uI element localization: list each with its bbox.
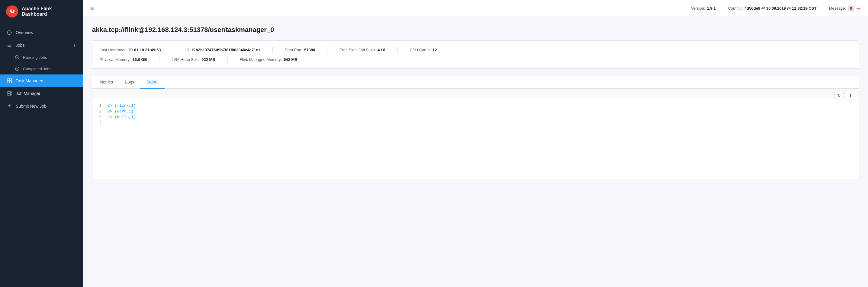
info-separator-3: [327, 47, 328, 53]
sidebar-item-label: Completed Jobs: [23, 67, 51, 71]
sidebar-item-task-managers[interactable]: Task Managers: [0, 74, 83, 87]
svg-marker-7: [17, 57, 19, 58]
main-content: ≡ Version: 1.9.1 Commit: 4d56de8 @ 30.09…: [83, 0, 868, 287]
line-number-3: 3: [92, 115, 107, 119]
free-slots-field: Free Slots / All Slots: 4 / 6: [339, 48, 385, 52]
sidebar-item-submit-new-job[interactable]: Submit New Job: [0, 100, 83, 112]
chevron-up-icon: ▲: [73, 43, 76, 47]
sidebar-item-jobs[interactable]: Jobs ▲: [0, 39, 83, 51]
sidebar-item-completed-jobs[interactable]: Completed Jobs: [0, 63, 83, 74]
play-circle-icon: [14, 55, 20, 60]
svg-point-8: [16, 67, 19, 71]
id-label: ID:: [185, 48, 191, 52]
grid-icon: [7, 78, 12, 83]
sidebar-item-job-manager[interactable]: Job Manager: [0, 87, 83, 100]
stdout-topbar: —: [92, 88, 859, 98]
sidebar-header: 🐿 Apache Flink Dashboard: [0, 0, 83, 23]
message-icon[interactable]: ⊟: [856, 5, 861, 12]
sidebar-item-running-jobs[interactable]: Running Jobs: [0, 51, 83, 63]
stdout-line-2: 2 2> (word,1): [92, 109, 859, 114]
tab-metrics[interactable]: Metrics: [93, 76, 119, 88]
free-slots-label: Free Slots / All Slots:: [339, 48, 376, 52]
svg-point-15: [10, 92, 11, 93]
physical-memory-field: Physical Memory: 16.0 GB: [100, 57, 147, 62]
svg-point-16: [10, 94, 11, 95]
heartbeat-field: Last Heartbeat: 20-01-10 21:49:53: [100, 48, 161, 52]
line-number-2: 2: [92, 109, 107, 114]
data-port-label: Data Port:: [285, 48, 303, 52]
server-icon: [7, 91, 12, 96]
heartbeat-value: 20-01-10 21:49:53: [128, 48, 161, 52]
line-number-1: 1: [92, 103, 107, 108]
page-content: akka.tcp://flink@192.168.124.3:51378/use…: [83, 17, 868, 287]
info-separator-6: [227, 57, 228, 62]
stdout-line-3: 3 1> (hello,1): [92, 114, 859, 120]
refresh-button[interactable]: ↻: [835, 91, 843, 100]
physical-memory-value: 16.0 GB: [132, 57, 147, 62]
version-label: Version:: [691, 6, 705, 10]
check-circle-icon: [14, 66, 20, 71]
line-content-2: 2> (word,1): [107, 109, 133, 114]
info-separator-2: [272, 47, 273, 53]
download-button[interactable]: ⬇: [846, 91, 855, 100]
message-badge[interactable]: 0: [848, 5, 855, 12]
line-number-4: 4: [92, 120, 107, 125]
sidebar-item-overview[interactable]: Overview: [0, 26, 83, 39]
flink-memory-label: Flink Managed Memory:: [240, 57, 282, 62]
jvm-heap-value: 922 MB: [202, 57, 215, 62]
menu-icon[interactable]: ≡: [90, 5, 94, 12]
cpu-cores-field: CPU Cores: 12: [410, 48, 437, 52]
stdout-toolbar: ↻ ⬇: [835, 91, 855, 100]
tab-stdout[interactable]: Stdout: [140, 76, 164, 88]
tabs-section: Metrics Logs Stdout — ↻ ⬇ 1 2> (flink,1): [92, 76, 859, 179]
sidebar-item-label: Jobs: [16, 43, 25, 48]
commit-value: 4d56de8 @ 30.09.2019 @ 11:32:19 CST: [744, 6, 817, 10]
stdout-lines: 1 2> (flink,1) 2 2> (word,1) 3 1> (hello…: [92, 98, 859, 131]
commit-label: Commit:: [728, 6, 743, 10]
info-row-1: Last Heartbeat: 20-01-10 21:49:53 ID: f2…: [100, 47, 851, 53]
flink-logo: 🐿: [6, 5, 18, 17]
line-content-1: 2> (flink,1): [107, 103, 136, 108]
circle-icon: [7, 30, 12, 35]
sidebar-nav: Overview Jobs ▲: [0, 23, 83, 115]
taskmanager-info-card: Last Heartbeat: 20-01-10 21:49:53 ID: f2…: [92, 40, 859, 69]
svg-text:🐿: 🐿: [9, 8, 15, 14]
version-info: Version: 1.9.1: [691, 6, 716, 10]
commit-info: Commit: 4d56de8 @ 30.09.2019 @ 11:32:19 …: [728, 6, 817, 10]
svg-rect-10: [10, 79, 11, 80]
app-title: Apache Flink Dashboard: [22, 6, 77, 17]
line-content-3: 1> (hello,1): [107, 115, 136, 119]
sidebar: 🐿 Apache Flink Dashboard Overview: [0, 0, 83, 287]
flink-memory-value: 642 MB: [284, 57, 298, 62]
topbar-divider-1: [722, 5, 722, 12]
upload-icon: [7, 103, 12, 109]
page-title: akka.tcp://flink@192.168.124.3:51378/use…: [92, 26, 859, 34]
jvm-heap-label: JVM Heap Size:: [172, 57, 199, 62]
heartbeat-label: Last Heartbeat:: [100, 48, 127, 52]
topbar: ≡ Version: 1.9.1 Commit: 4d56de8 @ 30.09…: [83, 0, 868, 17]
cpu-cores-value: 12: [433, 48, 437, 52]
stdout-panel: — ↻ ⬇ 1 2> (flink,1) 2 2> (word,1): [92, 88, 859, 179]
sidebar-item-label: Overview: [16, 30, 33, 35]
message-label: Message:: [829, 6, 846, 10]
sidebar-item-label: Submit New Job: [16, 104, 46, 109]
id-value: f2b2b137476d9b7f81f803346c4a71e1: [192, 48, 260, 52]
data-port-value: 51380: [304, 48, 315, 52]
stdout-line-4: 4: [92, 120, 859, 126]
tab-logs[interactable]: Logs: [119, 76, 140, 88]
version-value: 1.9.1: [707, 6, 716, 10]
info-row-2: Physical Memory: 16.0 GB JVM Heap Size: …: [100, 57, 851, 62]
physical-memory-label: Physical Memory:: [100, 57, 131, 62]
sidebar-item-label: Task Managers: [16, 78, 44, 83]
sidebar-item-label: Running Jobs: [23, 55, 47, 60]
svg-rect-12: [10, 81, 11, 83]
id-field: ID: f2b2b137476d9b7f81f803346c4a71e1: [185, 48, 260, 52]
flink-memory-field: Flink Managed Memory: 642 MB: [240, 57, 298, 62]
sidebar-item-label: Job Manager: [16, 91, 40, 96]
stdout-line-1: 1 2> (flink,1): [92, 103, 859, 109]
jvm-heap-field: JVM Heap Size: 922 MB: [172, 57, 215, 62]
tabs-bar: Metrics Logs Stdout: [92, 76, 859, 88]
data-port-field: Data Port: 51380: [285, 48, 315, 52]
info-separator-5: [159, 57, 159, 62]
list-icon: [7, 42, 12, 48]
